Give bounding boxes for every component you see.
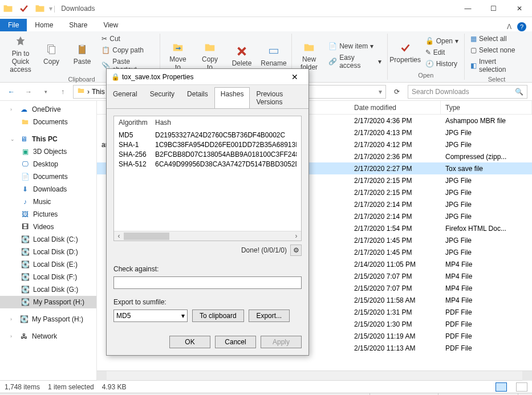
- nav-documents2[interactable]: 📄Documents: [0, 170, 96, 183]
- qat-checkmark-icon[interactable]: [18, 3, 30, 14]
- selectall-button[interactable]: ▦Select all: [468, 34, 525, 44]
- settings-button[interactable]: ⚙: [290, 245, 302, 256]
- cancel-button[interactable]: Cancel: [215, 336, 256, 348]
- check-against-input[interactable]: [113, 276, 302, 289]
- copy-button[interactable]: Copy: [38, 34, 65, 75]
- nav-mph2[interactable]: ›💽My Passport (H:): [0, 313, 96, 325]
- col-type[interactable]: Type: [441, 101, 532, 114]
- help-icon[interactable]: ?: [517, 22, 526, 31]
- recent-dropdown[interactable]: ▾: [39, 85, 52, 99]
- paste-button[interactable]: Paste: [68, 34, 96, 75]
- tab-hashes[interactable]: Hashes: [214, 87, 250, 109]
- cut-button[interactable]: ✂Cut: [99, 34, 156, 44]
- tab-file[interactable]: File: [0, 19, 27, 31]
- nav-network[interactable]: ›🖧Network: [0, 330, 96, 343]
- hscrollbar[interactable]: [97, 370, 532, 380]
- nav-lde[interactable]: 💽Local Disk (E:): [0, 258, 96, 271]
- search-input[interactable]: Search Downloads 🔍: [408, 85, 527, 99]
- newitem-icon: 📄: [328, 42, 337, 50]
- nav-ldc[interactable]: 💽Local Disk (C:): [0, 233, 96, 246]
- titlebar: ▾ | Downloads ― ☐ ✕: [0, 0, 532, 17]
- dialog-tabs: General Security Details Hashes Previous…: [107, 85, 308, 109]
- selected-count: 1 item selected: [48, 383, 94, 391]
- status-bar-2: Type: Tox save file, Size: 4.93 KB, Date…: [0, 393, 532, 395]
- disk-icon: 💽: [19, 315, 29, 324]
- nav-3dobjects[interactable]: ▣3D Objects: [0, 145, 96, 158]
- dialog-titlebar[interactable]: 🔒 tox_save.tox Properties ✕: [107, 69, 308, 85]
- ok-button[interactable]: OK: [169, 336, 210, 348]
- collapse-ribbon-icon[interactable]: ᐱ: [507, 23, 511, 31]
- open-button[interactable]: 🔓Open▾: [423, 36, 461, 46]
- tab-details[interactable]: Details: [181, 87, 214, 109]
- edit-button[interactable]: ✎Edit: [423, 47, 461, 58]
- nav-ldd[interactable]: 💽Local Disk (D:): [0, 246, 96, 258]
- apply-button[interactable]: Apply: [261, 336, 302, 348]
- algo-header[interactable]: Algorithm: [119, 119, 155, 127]
- open-icon: 🔓: [425, 37, 434, 45]
- maximize-button[interactable]: ☐: [481, 0, 506, 17]
- svg-rect-4: [270, 49, 278, 53]
- tab-home[interactable]: Home: [27, 19, 61, 31]
- hash-row[interactable]: SHA-11C9BC38FA954DD26FE001DD72B35A68913B…: [119, 140, 297, 149]
- properties-button[interactable]: Properties: [391, 34, 420, 71]
- svg-rect-2: [79, 46, 86, 54]
- edit-icon: ✎: [425, 48, 431, 56]
- nav-desktop[interactable]: 🖵Desktop: [0, 158, 96, 170]
- qat-dropdown-icon[interactable]: ▾: [49, 5, 52, 13]
- select-group-label: Select: [488, 75, 506, 84]
- nav-documents[interactable]: Documents: [0, 116, 96, 128]
- hash-hscrollbar[interactable]: ‹›: [114, 231, 301, 241]
- dialog-close-button[interactable]: ✕: [283, 69, 306, 85]
- invert-button[interactable]: ◧Invert selection: [468, 56, 525, 75]
- forward-button[interactable]: →: [22, 85, 35, 99]
- hash-row[interactable]: MD5D21953327A24D2760C5B736DF4B0002C: [119, 130, 297, 140]
- tab-previous-versions[interactable]: Previous Versions: [250, 87, 308, 109]
- nav-ldg[interactable]: 💽Local Disk (G:): [0, 283, 96, 296]
- nav-ldf[interactable]: 💽Local Disk (F:): [0, 271, 96, 283]
- window-title: Downloads: [61, 5, 95, 13]
- hash-row[interactable]: SHA-256B2FCBB8D07C138054ABB9A018100C3FF2…: [119, 149, 297, 159]
- hash-row[interactable]: SHA-5126CA49D99956D38CA3A7427D5147BBD305…: [119, 159, 297, 169]
- large-icons-button[interactable]: [516, 382, 527, 392]
- up-button[interactable]: ↑: [56, 85, 70, 99]
- nav-mph[interactable]: 💽My Passport (H:): [0, 296, 96, 308]
- tab-general[interactable]: General: [107, 87, 144, 109]
- selectall-icon: ▦: [470, 35, 477, 43]
- address-dropdown-icon[interactable]: ▾: [379, 88, 382, 96]
- disk-icon: 💽: [21, 260, 30, 269]
- nav-music[interactable]: ♪Music: [0, 196, 96, 208]
- back-button[interactable]: ←: [5, 85, 18, 99]
- close-button[interactable]: ✕: [506, 0, 532, 17]
- nav-onedrive[interactable]: ›☁OneDrive: [0, 103, 96, 116]
- hash-list[interactable]: Algorithm Hash MD5D21953327A24D2760C5B73…: [113, 116, 302, 241]
- nav-pane[interactable]: ›☁OneDrive Documents ⌄🖥This PC ▣3D Objec…: [0, 101, 97, 380]
- to-clipboard-button[interactable]: To clipboard: [192, 310, 244, 322]
- refresh-button[interactable]: ⟳: [389, 88, 404, 96]
- details-view-button[interactable]: [496, 382, 507, 392]
- chevron-down-icon: ▾: [181, 312, 185, 320]
- tab-security[interactable]: Security: [144, 87, 181, 109]
- nav-pictures[interactable]: 🖼Pictures: [0, 208, 96, 221]
- history-button[interactable]: 🕘History: [423, 59, 461, 69]
- qat-folder-icon[interactable]: [34, 3, 46, 14]
- col-date[interactable]: Date modified: [350, 101, 441, 114]
- nav-thispc[interactable]: ⌄🖥This PC: [0, 133, 96, 145]
- desktop-icon: 🖵: [21, 160, 30, 169]
- nav-videos[interactable]: 🎞Videos: [0, 221, 96, 233]
- export-format-select[interactable]: MD5▾: [113, 310, 188, 322]
- tab-view[interactable]: View: [95, 19, 126, 31]
- minimize-button[interactable]: ―: [455, 0, 481, 17]
- nav-downloads[interactable]: ⬇Downloads: [0, 183, 96, 196]
- hash-header[interactable]: Hash: [155, 119, 171, 127]
- tab-share[interactable]: Share: [61, 19, 95, 31]
- pin-button[interactable]: Pin to Quick access: [7, 34, 34, 75]
- copypath-button[interactable]: 📋Copy path: [99, 45, 156, 55]
- selectnone-button[interactable]: ▢Select none: [468, 45, 525, 55]
- newitem-button[interactable]: 📄New item▾: [326, 41, 383, 51]
- easyaccess-button[interactable]: 🔗Easy access▾: [326, 52, 383, 71]
- pictures-icon: 🖼: [21, 210, 30, 219]
- rename-icon: [267, 44, 281, 58]
- item-count: 1,748 items: [5, 383, 40, 391]
- export-button[interactable]: Export...: [249, 310, 290, 322]
- svg-rect-1: [49, 47, 55, 54]
